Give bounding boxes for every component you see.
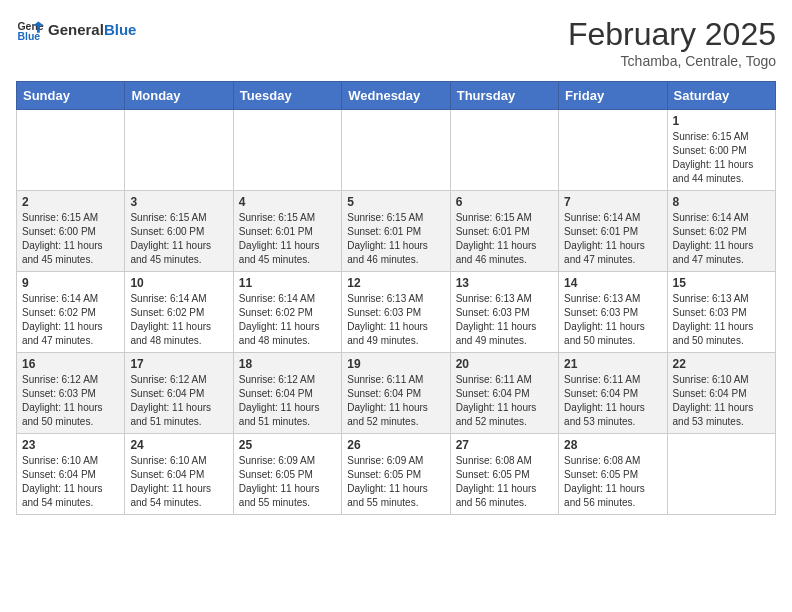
calendar-table: SundayMondayTuesdayWednesdayThursdayFrid… [16,81,776,515]
calendar-cell: 12Sunrise: 6:13 AM Sunset: 6:03 PM Dayli… [342,272,450,353]
day-info: Sunrise: 6:10 AM Sunset: 6:04 PM Dayligh… [130,454,227,510]
day-info: Sunrise: 6:15 AM Sunset: 6:00 PM Dayligh… [673,130,770,186]
calendar-cell [450,110,558,191]
calendar-cell: 19Sunrise: 6:11 AM Sunset: 6:04 PM Dayli… [342,353,450,434]
weekday-header: Wednesday [342,82,450,110]
day-info: Sunrise: 6:15 AM Sunset: 6:01 PM Dayligh… [239,211,336,267]
weekday-header-row: SundayMondayTuesdayWednesdayThursdayFrid… [17,82,776,110]
day-info: Sunrise: 6:15 AM Sunset: 6:01 PM Dayligh… [456,211,553,267]
day-info: Sunrise: 6:09 AM Sunset: 6:05 PM Dayligh… [347,454,444,510]
calendar-cell: 1Sunrise: 6:15 AM Sunset: 6:00 PM Daylig… [667,110,775,191]
day-number: 26 [347,438,444,452]
day-info: Sunrise: 6:11 AM Sunset: 6:04 PM Dayligh… [347,373,444,429]
day-number: 6 [456,195,553,209]
day-info: Sunrise: 6:15 AM Sunset: 6:01 PM Dayligh… [347,211,444,267]
day-number: 9 [22,276,119,290]
day-info: Sunrise: 6:11 AM Sunset: 6:04 PM Dayligh… [564,373,661,429]
day-number: 2 [22,195,119,209]
day-number: 20 [456,357,553,371]
day-number: 4 [239,195,336,209]
calendar-cell [233,110,341,191]
day-number: 16 [22,357,119,371]
calendar-cell: 13Sunrise: 6:13 AM Sunset: 6:03 PM Dayli… [450,272,558,353]
calendar-cell: 10Sunrise: 6:14 AM Sunset: 6:02 PM Dayli… [125,272,233,353]
calendar-cell [125,110,233,191]
day-number: 21 [564,357,661,371]
day-number: 25 [239,438,336,452]
day-number: 19 [347,357,444,371]
day-number: 8 [673,195,770,209]
day-info: Sunrise: 6:08 AM Sunset: 6:05 PM Dayligh… [564,454,661,510]
calendar-cell: 27Sunrise: 6:08 AM Sunset: 6:05 PM Dayli… [450,434,558,515]
month-title: February 2025 [568,16,776,53]
day-number: 10 [130,276,227,290]
calendar-cell: 8Sunrise: 6:14 AM Sunset: 6:02 PM Daylig… [667,191,775,272]
calendar-cell: 16Sunrise: 6:12 AM Sunset: 6:03 PM Dayli… [17,353,125,434]
weekday-header: Thursday [450,82,558,110]
logo-blue: Blue [104,21,137,38]
day-info: Sunrise: 6:12 AM Sunset: 6:04 PM Dayligh… [130,373,227,429]
day-number: 13 [456,276,553,290]
day-info: Sunrise: 6:12 AM Sunset: 6:03 PM Dayligh… [22,373,119,429]
day-info: Sunrise: 6:13 AM Sunset: 6:03 PM Dayligh… [347,292,444,348]
day-info: Sunrise: 6:13 AM Sunset: 6:03 PM Dayligh… [456,292,553,348]
day-number: 15 [673,276,770,290]
calendar-cell [559,110,667,191]
logo-general: General [48,21,104,38]
day-number: 3 [130,195,227,209]
calendar-week-row: 23Sunrise: 6:10 AM Sunset: 6:04 PM Dayli… [17,434,776,515]
day-number: 22 [673,357,770,371]
calendar-week-row: 16Sunrise: 6:12 AM Sunset: 6:03 PM Dayli… [17,353,776,434]
day-info: Sunrise: 6:13 AM Sunset: 6:03 PM Dayligh… [564,292,661,348]
day-info: Sunrise: 6:15 AM Sunset: 6:00 PM Dayligh… [22,211,119,267]
page-header: General Blue GeneralBlue February 2025 T… [16,16,776,69]
calendar-cell: 5Sunrise: 6:15 AM Sunset: 6:01 PM Daylig… [342,191,450,272]
calendar-cell [667,434,775,515]
day-number: 27 [456,438,553,452]
day-info: Sunrise: 6:10 AM Sunset: 6:04 PM Dayligh… [22,454,119,510]
calendar-cell: 18Sunrise: 6:12 AM Sunset: 6:04 PM Dayli… [233,353,341,434]
svg-text:Blue: Blue [17,30,40,42]
day-info: Sunrise: 6:10 AM Sunset: 6:04 PM Dayligh… [673,373,770,429]
day-info: Sunrise: 6:15 AM Sunset: 6:00 PM Dayligh… [130,211,227,267]
calendar-cell: 22Sunrise: 6:10 AM Sunset: 6:04 PM Dayli… [667,353,775,434]
calendar-cell: 25Sunrise: 6:09 AM Sunset: 6:05 PM Dayli… [233,434,341,515]
calendar-cell: 28Sunrise: 6:08 AM Sunset: 6:05 PM Dayli… [559,434,667,515]
day-number: 12 [347,276,444,290]
day-info: Sunrise: 6:12 AM Sunset: 6:04 PM Dayligh… [239,373,336,429]
calendar-cell: 6Sunrise: 6:15 AM Sunset: 6:01 PM Daylig… [450,191,558,272]
day-number: 7 [564,195,661,209]
weekday-header: Monday [125,82,233,110]
weekday-header: Sunday [17,82,125,110]
calendar-cell: 20Sunrise: 6:11 AM Sunset: 6:04 PM Dayli… [450,353,558,434]
calendar-cell: 11Sunrise: 6:14 AM Sunset: 6:02 PM Dayli… [233,272,341,353]
day-number: 1 [673,114,770,128]
calendar-cell: 14Sunrise: 6:13 AM Sunset: 6:03 PM Dayli… [559,272,667,353]
calendar-cell: 21Sunrise: 6:11 AM Sunset: 6:04 PM Dayli… [559,353,667,434]
calendar-cell: 26Sunrise: 6:09 AM Sunset: 6:05 PM Dayli… [342,434,450,515]
calendar-cell [342,110,450,191]
day-info: Sunrise: 6:14 AM Sunset: 6:02 PM Dayligh… [673,211,770,267]
calendar-week-row: 9Sunrise: 6:14 AM Sunset: 6:02 PM Daylig… [17,272,776,353]
day-number: 11 [239,276,336,290]
calendar-week-row: 1Sunrise: 6:15 AM Sunset: 6:00 PM Daylig… [17,110,776,191]
calendar-cell: 4Sunrise: 6:15 AM Sunset: 6:01 PM Daylig… [233,191,341,272]
title-block: February 2025 Tchamba, Centrale, Togo [568,16,776,69]
calendar-cell: 2Sunrise: 6:15 AM Sunset: 6:00 PM Daylig… [17,191,125,272]
day-info: Sunrise: 6:14 AM Sunset: 6:02 PM Dayligh… [239,292,336,348]
day-info: Sunrise: 6:08 AM Sunset: 6:05 PM Dayligh… [456,454,553,510]
calendar-cell: 17Sunrise: 6:12 AM Sunset: 6:04 PM Dayli… [125,353,233,434]
weekday-header: Tuesday [233,82,341,110]
location: Tchamba, Centrale, Togo [568,53,776,69]
calendar-cell: 3Sunrise: 6:15 AM Sunset: 6:00 PM Daylig… [125,191,233,272]
calendar-cell: 9Sunrise: 6:14 AM Sunset: 6:02 PM Daylig… [17,272,125,353]
calendar-cell: 15Sunrise: 6:13 AM Sunset: 6:03 PM Dayli… [667,272,775,353]
day-number: 23 [22,438,119,452]
weekday-header: Saturday [667,82,775,110]
day-number: 18 [239,357,336,371]
day-info: Sunrise: 6:13 AM Sunset: 6:03 PM Dayligh… [673,292,770,348]
day-number: 14 [564,276,661,290]
logo: General Blue GeneralBlue [16,16,136,44]
day-info: Sunrise: 6:14 AM Sunset: 6:02 PM Dayligh… [130,292,227,348]
calendar-cell: 23Sunrise: 6:10 AM Sunset: 6:04 PM Dayli… [17,434,125,515]
